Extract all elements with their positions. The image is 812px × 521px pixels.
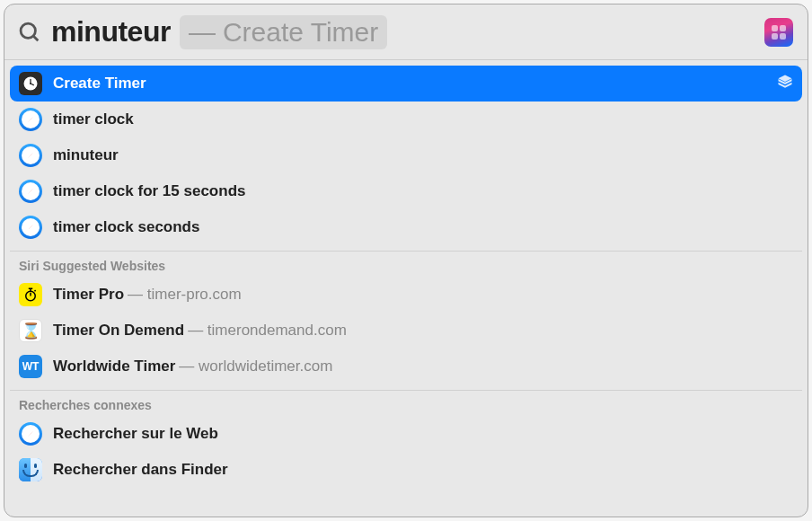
svg-marker-12 — [27, 224, 34, 231]
svg-line-18 — [35, 290, 36, 291]
svg-marker-10 — [27, 188, 34, 195]
svg-point-0 — [21, 23, 35, 38]
result-website[interactable]: ⌛ Timer On Demend — timerondemand.com — [10, 313, 802, 349]
svg-marker-13 — [27, 226, 31, 231]
result-title: timer clock for 15 seconds — [53, 182, 245, 200]
safari-suggestions-group: timer clock minuteur timer clock for 15 … — [10, 102, 802, 245]
safari-icon — [19, 144, 42, 167]
result-safari-suggestion[interactable]: timer clock — [10, 102, 802, 137]
result-url: — timer-pro.com — [128, 286, 242, 304]
svg-marker-8 — [27, 152, 34, 159]
clock-icon — [19, 72, 42, 95]
svg-marker-19 — [27, 430, 34, 437]
result-title: timer clock — [53, 110, 134, 128]
result-title: Worldwide Timer — [53, 358, 175, 375]
result-safari-suggestion[interactable]: timer clock seconds — [10, 209, 802, 245]
svg-point-5 — [30, 83, 31, 84]
search-query-text: minuteur — [51, 15, 171, 49]
safari-icon — [19, 108, 42, 131]
result-safari-suggestion[interactable]: timer clock for 15 seconds — [10, 173, 802, 209]
search-bar[interactable]: minuteur — Create Timer — [4, 4, 808, 60]
svg-marker-6 — [27, 116, 34, 123]
hourglass-icon: ⌛ — [19, 319, 42, 342]
result-title: Timer On Demend — [53, 322, 184, 340]
svg-marker-11 — [27, 190, 31, 195]
safari-icon — [19, 422, 42, 446]
result-title: Create Timer — [53, 75, 146, 93]
result-safari-suggestion[interactable]: minuteur — [10, 137, 802, 173]
section-heading-siri: Siri Suggested Websites — [10, 251, 802, 277]
finder-icon — [19, 458, 42, 481]
result-title: minuteur — [53, 146, 119, 164]
svg-marker-9 — [27, 155, 31, 159]
svg-marker-20 — [27, 433, 31, 437]
spotlight-window: minuteur — Create Timer Create Timer — [4, 4, 808, 517]
search-completion-pill: — Create Timer — [180, 15, 387, 49]
search-icon — [17, 20, 42, 45]
dash-separator: — — [189, 17, 216, 48]
search-completion-text: Create Timer — [223, 17, 378, 48]
result-website[interactable]: WT Worldwide Timer — worldwidetimer.com — [10, 349, 802, 384]
stopwatch-icon — [19, 283, 42, 306]
result-search-web[interactable]: Rechercher sur le Web — [10, 416, 802, 452]
result-url: — worldwidetimer.com — [179, 358, 332, 375]
result-title: timer clock seconds — [53, 218, 199, 236]
result-title: Timer Pro — [53, 286, 124, 304]
section-heading-related: Recherches connexes — [10, 390, 802, 416]
result-title: Rechercher sur le Web — [53, 425, 218, 443]
result-top-hit[interactable]: Create Timer — [10, 66, 802, 102]
result-url: — timerondemand.com — [188, 322, 347, 340]
wt-icon: WT — [19, 355, 42, 378]
results-list: Create Timer timer clock minuteur — [4, 60, 808, 517]
safari-icon — [19, 180, 42, 203]
result-title: Rechercher dans Finder — [53, 461, 228, 479]
safari-icon — [19, 216, 42, 239]
shortcuts-app-icon — [764, 18, 793, 47]
svg-marker-7 — [27, 119, 31, 123]
result-search-finder[interactable]: Rechercher dans Finder — [10, 452, 802, 488]
result-website[interactable]: Timer Pro — timer-pro.com — [10, 277, 802, 313]
layers-icon — [777, 74, 793, 93]
svg-line-1 — [33, 36, 38, 40]
